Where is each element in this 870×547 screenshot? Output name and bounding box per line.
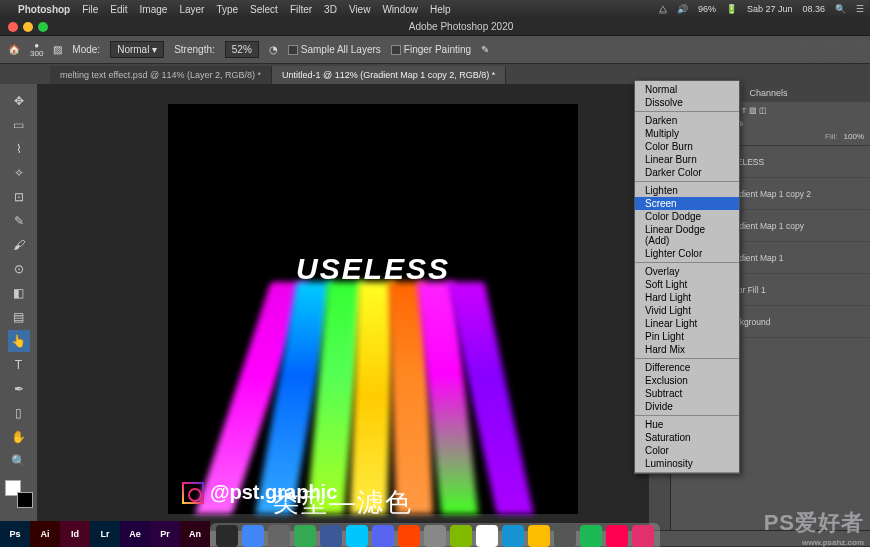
dock-app-7[interactable]	[502, 525, 524, 547]
dock-safari[interactable]	[242, 525, 264, 547]
magic-wand-tool[interactable]: ✧	[8, 162, 30, 184]
menubar-time[interactable]: 08.36	[802, 4, 825, 14]
home-icon[interactable]: 🏠	[8, 44, 20, 55]
menu-edit[interactable]: Edit	[110, 4, 127, 15]
doc-tab-2[interactable]: Untitled-1 @ 112% (Gradient Map 1 copy 2…	[272, 66, 506, 84]
gradient-tool[interactable]: ▤	[8, 306, 30, 328]
blend-mode-option[interactable]: Saturation	[635, 431, 739, 444]
dock-app-10[interactable]	[606, 525, 628, 547]
menu-window[interactable]: Window	[382, 4, 418, 15]
blend-mode-option[interactable]: Dissolve	[635, 96, 739, 109]
brush-preset-picker[interactable]: ●300	[30, 42, 43, 58]
crop-tool[interactable]: ⊡	[8, 186, 30, 208]
app-menu[interactable]: Photoshop	[18, 4, 70, 15]
battery-icon[interactable]: 🔋	[726, 4, 737, 14]
brush-tool[interactable]: 🖌	[8, 234, 30, 256]
panel-tab-channels[interactable]: Channels	[742, 84, 796, 102]
dock-finder[interactable]	[216, 525, 238, 547]
blend-mode-option[interactable]: Normal	[635, 83, 739, 96]
blend-mode-option[interactable]: Difference	[635, 361, 739, 374]
menu-filter[interactable]: Filter	[290, 4, 312, 15]
shape-tool[interactable]: ▯	[8, 402, 30, 424]
blend-mode-option[interactable]: Subtract	[635, 387, 739, 400]
tablet-pressure-icon[interactable]: ✎	[481, 44, 489, 55]
spotlight-icon[interactable]: 🔍	[835, 4, 846, 14]
blend-mode-option[interactable]: Screen	[635, 197, 739, 210]
hand-tool[interactable]: ✋	[8, 426, 30, 448]
menu-file[interactable]: File	[82, 4, 98, 15]
lasso-tool[interactable]: ⌇	[8, 138, 30, 160]
marquee-tool[interactable]: ▭	[8, 114, 30, 136]
blend-mode-option[interactable]: Linear Light	[635, 317, 739, 330]
blend-mode-option[interactable]: Darken	[635, 114, 739, 127]
blend-mode-option[interactable]: Lighter Color	[635, 247, 739, 260]
doc-tab-1[interactable]: melting text effect.psd @ 114% (Layer 2,…	[50, 66, 272, 84]
pressure-icon[interactable]: ◔	[269, 44, 278, 55]
blend-mode-select[interactable]: Normal ▾	[110, 41, 164, 58]
blend-mode-option[interactable]: Multiply	[635, 127, 739, 140]
wifi-icon[interactable]: ⧋	[659, 4, 667, 15]
finger-painting-checkbox[interactable]: Finger Painting	[391, 44, 471, 55]
blend-mode-option[interactable]: Linear Dodge (Add)	[635, 223, 739, 247]
move-tool[interactable]: ✥	[8, 90, 30, 112]
close-window-button[interactable]	[8, 22, 18, 32]
blend-mode-option[interactable]: Color Burn	[635, 140, 739, 153]
dock-app-3[interactable]	[398, 525, 420, 547]
blend-mode-option[interactable]: Overlay	[635, 265, 739, 278]
menu-type[interactable]: Type	[216, 4, 238, 15]
zoom-tool[interactable]: 🔍	[8, 450, 30, 472]
menu-select[interactable]: Select	[250, 4, 278, 15]
canvas-area[interactable]: USELESS @pst.graphic 类型—滤色	[38, 84, 648, 530]
menu-3d[interactable]: 3D	[324, 4, 337, 15]
workspace-switcher-icon[interactable]	[802, 42, 818, 58]
blend-mode-option[interactable]: Color Dodge	[635, 210, 739, 223]
dock-spotify[interactable]	[580, 525, 602, 547]
volume-icon[interactable]: 🔊	[677, 4, 688, 14]
type-tool[interactable]: T	[8, 354, 30, 376]
menu-image[interactable]: Image	[140, 4, 168, 15]
blend-mode-option[interactable]: Darker Color	[635, 166, 739, 179]
menu-help[interactable]: Help	[430, 4, 451, 15]
blend-mode-option[interactable]: Hard Mix	[635, 343, 739, 356]
menu-layer[interactable]: Layer	[179, 4, 204, 15]
share-icon[interactable]	[846, 42, 862, 58]
sample-all-layers-checkbox[interactable]: Sample All Layers	[288, 44, 381, 55]
brush-settings-icon[interactable]: ▨	[53, 44, 62, 55]
strength-value[interactable]: 52%	[225, 41, 259, 58]
eraser-tool[interactable]: ◧	[8, 282, 30, 304]
menu-view[interactable]: View	[349, 4, 371, 15]
dock-trash[interactable]	[632, 525, 654, 547]
dock-messages[interactable]	[294, 525, 316, 547]
notifications-icon[interactable]: ☰	[856, 4, 864, 14]
dock-app-5[interactable]	[450, 525, 472, 547]
fill-value[interactable]: 100%	[844, 132, 864, 141]
fg-bg-colors[interactable]	[5, 480, 33, 508]
blend-mode-option[interactable]: Lighten	[635, 184, 739, 197]
blend-mode-option[interactable]: Hue	[635, 418, 739, 431]
search-icon[interactable]	[824, 42, 840, 58]
blend-mode-option[interactable]: Luminosity	[635, 457, 739, 470]
blend-mode-option[interactable]: Hard Light	[635, 291, 739, 304]
dock-mail[interactable]	[320, 525, 342, 547]
blend-mode-option[interactable]: Color	[635, 444, 739, 457]
minimize-window-button[interactable]	[23, 22, 33, 32]
blend-mode-option[interactable]: Exclusion	[635, 374, 739, 387]
dock-app-4[interactable]	[424, 525, 446, 547]
dock-settings[interactable]	[268, 525, 290, 547]
dock-app-8[interactable]	[528, 525, 550, 547]
dock-app-1[interactable]	[346, 525, 368, 547]
blend-mode-option[interactable]: Soft Light	[635, 278, 739, 291]
eyedropper-tool[interactable]: ✎	[8, 210, 30, 232]
artboard[interactable]: USELESS @pst.graphic	[168, 104, 578, 514]
pen-tool[interactable]: ✒	[8, 378, 30, 400]
blend-mode-option[interactable]: Divide	[635, 400, 739, 413]
blend-mode-dropdown[interactable]: NormalDissolveDarkenMultiplyColor BurnLi…	[634, 80, 740, 474]
smudge-tool[interactable]: 👆	[8, 330, 30, 352]
blend-mode-option[interactable]: Vivid Light	[635, 304, 739, 317]
blend-mode-option[interactable]: Linear Burn	[635, 153, 739, 166]
menubar-date[interactable]: Sab 27 Jun	[747, 4, 793, 14]
blend-mode-option[interactable]: Pin Light	[635, 330, 739, 343]
dock-app-6[interactable]	[476, 525, 498, 547]
dock-app-2[interactable]	[372, 525, 394, 547]
dock-app-9[interactable]	[554, 525, 576, 547]
